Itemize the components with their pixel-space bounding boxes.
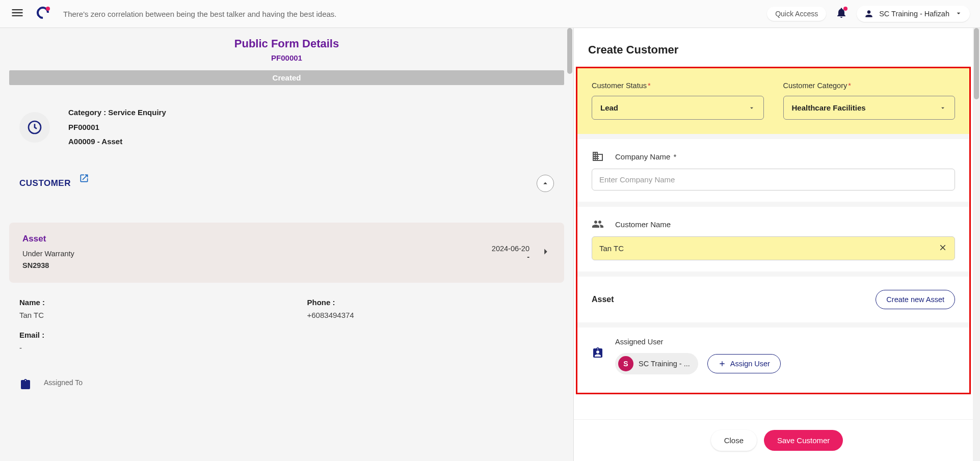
dropdown-arrow-icon <box>748 104 755 112</box>
customer-name-input[interactable]: Tan TC <box>592 236 955 260</box>
company-icon <box>592 150 604 162</box>
category-line: Category : Service Enquiry <box>68 105 166 120</box>
customer-category-value: Healthcare Facilities <box>792 103 866 112</box>
customer-section-title: CUSTOMER <box>19 178 71 188</box>
name-label: Name : <box>19 298 267 307</box>
close-button[interactable]: Close <box>711 430 757 451</box>
assigned-user-label: Assigned User <box>615 338 955 346</box>
form-details-panel: Public Form Details PF00001 Created Cate… <box>0 28 573 461</box>
notification-bell-icon[interactable] <box>835 7 847 21</box>
customer-status-label: Customer Status* <box>592 82 764 90</box>
open-external-icon[interactable] <box>79 173 89 185</box>
email-label: Email : <box>19 331 267 339</box>
user-avatar: S <box>618 356 633 371</box>
name-value: Tan TC <box>19 311 267 319</box>
panel-footer: Close Save Customer <box>574 419 980 461</box>
scrollbar-track[interactable] <box>973 28 980 461</box>
customer-status-value: Lead <box>600 103 618 112</box>
customer-name-value: Tan TC <box>599 244 624 253</box>
form-meta: Category : Service Enquiry PF00001 A0000… <box>68 105 166 149</box>
phone-value: +6083494374 <box>307 311 554 319</box>
create-customer-panel: Create Customer Customer Status* Lead <box>573 28 980 461</box>
app-header: There's zero correlation between being t… <box>0 0 980 28</box>
user-menu[interactable]: SC Training - Hafizah <box>857 6 970 22</box>
assigned-user-chip[interactable]: S SC Training - ... <box>615 353 698 374</box>
quick-access-button[interactable]: Quick Access <box>767 7 826 21</box>
phone-label: Phone : <box>307 298 554 307</box>
chevron-up-icon <box>541 179 550 188</box>
company-name-input[interactable] <box>592 169 955 191</box>
assign-user-button[interactable]: Assign User <box>707 354 781 373</box>
collapse-section-button[interactable] <box>537 175 554 192</box>
asset-card[interactable]: Asset Under Warranty SN2938 2024-06-20 - <box>9 223 564 283</box>
scrollbar-thumb[interactable] <box>974 28 979 99</box>
asset-line: A00009 - Asset <box>68 134 166 149</box>
hamburger-menu-icon[interactable] <box>10 6 24 22</box>
clear-customer-name-icon[interactable] <box>938 243 947 254</box>
asset-section-heading: Asset <box>592 295 614 304</box>
customer-category-label: Customer Category* <box>783 82 956 90</box>
chevron-right-icon <box>540 246 551 259</box>
pf-id-line: PF00001 <box>68 120 166 135</box>
asset-date: 2024-06-20 <box>492 245 529 253</box>
assigned-user-icon <box>592 347 604 359</box>
plus-icon <box>718 360 726 368</box>
asset-warranty: Under Warranty <box>22 248 74 260</box>
asset-card-heading: Asset <box>22 234 74 244</box>
page-title: Public Form Details <box>9 37 564 50</box>
chevron-down-icon <box>955 9 963 19</box>
email-value: - <box>19 343 267 352</box>
asset-sn: SN2938 <box>22 260 74 272</box>
scrollbar-thumb[interactable] <box>567 28 572 74</box>
asset-dash: - <box>492 253 529 261</box>
user-icon <box>864 9 874 19</box>
customer-status-select[interactable]: Lead <box>592 96 764 120</box>
customer-category-select[interactable]: Healthcare Facilities <box>783 96 956 120</box>
create-asset-button[interactable]: Create new Asset <box>876 290 955 309</box>
form-id: PF00001 <box>9 53 564 62</box>
highlighted-form-area: Customer Status* Lead Customer Category*… <box>576 67 971 394</box>
save-customer-button[interactable]: Save Customer <box>764 430 843 451</box>
clock-icon <box>19 112 50 143</box>
customer-name-label: Customer Name <box>615 220 671 229</box>
assigned-user-name: SC Training - ... <box>639 360 690 368</box>
app-logo[interactable] <box>37 7 51 21</box>
panel-title: Create Customer <box>574 28 973 67</box>
header-quote: There's zero correlation between being t… <box>63 10 337 18</box>
assigned-to-label: Assigned To <box>44 378 83 387</box>
assignment-icon <box>19 378 32 391</box>
dropdown-arrow-icon <box>939 104 946 112</box>
people-icon <box>592 218 604 230</box>
user-name-label: SC Training - Hafizah <box>879 10 949 18</box>
status-badge: Created <box>9 70 564 85</box>
company-name-label: Company Name * <box>615 152 676 161</box>
